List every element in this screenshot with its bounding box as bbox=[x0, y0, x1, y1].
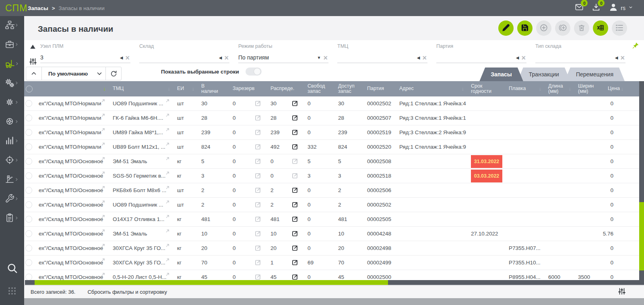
open-link-icon[interactable] bbox=[255, 202, 261, 208]
drilldown-arrow-icon[interactable] bbox=[101, 242, 105, 248]
open-link-icon[interactable] bbox=[292, 187, 298, 193]
drilldown-arrow-icon[interactable] bbox=[101, 98, 105, 104]
drilldown-arrow-icon[interactable] bbox=[166, 127, 169, 133]
sort-icon[interactable]: ↓ bbox=[462, 86, 464, 92]
open-link-icon[interactable] bbox=[292, 100, 298, 106]
table-row[interactable]: ех"/Склад МТО/ОсновноеЭМ-51 Эмалькг50055… bbox=[24, 154, 639, 169]
drilldown-arrow-icon[interactable] bbox=[166, 170, 169, 176]
open-link-icon[interactable] bbox=[255, 100, 261, 106]
drilldown-arrow-icon[interactable] bbox=[166, 271, 169, 277]
open-link-icon[interactable] bbox=[292, 115, 298, 121]
open-link-icon[interactable] bbox=[292, 144, 298, 150]
table-settings-sliders-icon[interactable] bbox=[617, 287, 626, 297]
delete-button[interactable] bbox=[574, 20, 589, 36]
list-view-button[interactable] bbox=[612, 20, 627, 36]
table-row[interactable]: ех"/Склад МТО/НормалиUB89 Болт М12х1, ..… bbox=[24, 140, 639, 154]
downloads-button[interactable]: 0 bbox=[592, 3, 601, 13]
open-link-icon[interactable] bbox=[292, 216, 298, 222]
row-select-circle[interactable] bbox=[25, 187, 32, 194]
clear-icon[interactable]: × bbox=[124, 55, 130, 63]
row-select-circle[interactable] bbox=[25, 100, 32, 107]
drilldown-arrow-icon[interactable] bbox=[101, 184, 105, 190]
collapse-filters-icon[interactable] bbox=[29, 43, 37, 52]
sidebar-apps-button[interactable] bbox=[0, 286, 24, 298]
sidebar-item-helm[interactable] bbox=[0, 113, 24, 132]
drilldown-arrow-icon[interactable] bbox=[166, 184, 169, 190]
column-header-party[interactable]: Партия bbox=[362, 81, 394, 96]
breadcrumb-parent[interactable]: Запасы bbox=[28, 5, 48, 11]
sidebar-item-sitemap[interactable] bbox=[0, 16, 24, 35]
open-link-icon[interactable] bbox=[255, 173, 261, 179]
messages-button[interactable]: 0 bbox=[575, 3, 584, 13]
open-link-icon[interactable] bbox=[292, 173, 298, 179]
column-header-svob[interactable]: Свободзапас bbox=[303, 81, 333, 96]
column-header-sklad[interactable]: ↓ bbox=[34, 81, 108, 96]
filter-input[interactable]: ◀ × bbox=[337, 51, 427, 63]
refresh-icon[interactable] bbox=[106, 67, 121, 80]
lookup-arrow-icon[interactable]: ◀ bbox=[417, 55, 421, 63]
drilldown-arrow-icon[interactable] bbox=[166, 112, 169, 118]
row-select-circle[interactable] bbox=[25, 245, 32, 252]
vertical-scroll-thumb[interactable] bbox=[639, 202, 644, 270]
row-select-circle[interactable] bbox=[25, 143, 32, 150]
column-header-rez[interactable]: Зарезерв bbox=[228, 81, 266, 96]
drilldown-arrow-icon[interactable] bbox=[166, 141, 169, 147]
drilldown-arrow-icon[interactable] bbox=[101, 257, 105, 263]
lookup-arrow-icon[interactable]: ◀ bbox=[615, 55, 619, 63]
open-link-icon[interactable] bbox=[292, 274, 298, 280]
column-header-sel[interactable] bbox=[24, 81, 34, 96]
table-row[interactable]: ех"/Склад МТО/ОсновноеО14Х17 Отливка 1..… bbox=[24, 212, 639, 227]
drilldown-arrow-icon[interactable] bbox=[101, 213, 105, 219]
column-header-ei[interactable]: ЕИ↓ bbox=[172, 81, 196, 96]
sort-icon[interactable]: ↓ bbox=[192, 86, 195, 92]
table-row[interactable]: ех"/Склад МТО/Основное30ХГСА Круг 35 ГО.… bbox=[24, 241, 639, 256]
column-header-srok[interactable]: Срокгодности bbox=[466, 81, 504, 96]
sort-icon[interactable]: ↓ bbox=[569, 86, 572, 92]
vertical-scrollbar[interactable] bbox=[639, 81, 644, 285]
row-select-circle[interactable] bbox=[25, 158, 32, 165]
lookup-arrow-icon[interactable]: ◀ bbox=[516, 55, 520, 63]
row-select-circle[interactable] bbox=[25, 274, 32, 280]
row-select-circle[interactable] bbox=[25, 216, 32, 223]
reset-filters-link[interactable]: Сбросить фильтры и сортировку bbox=[87, 289, 167, 295]
column-header-dlina[interactable]: Длина(мм)↓ bbox=[543, 81, 573, 96]
sidebar-item-chart-flag[interactable] bbox=[0, 170, 24, 190]
sidebar-item-settings-gear[interactable] bbox=[0, 93, 24, 113]
drilldown-arrow-icon[interactable] bbox=[166, 257, 169, 263]
clear-icon[interactable]: × bbox=[223, 55, 229, 63]
column-header-dost[interactable]: Доступзапас bbox=[333, 81, 362, 96]
drilldown-arrow-icon[interactable] bbox=[101, 156, 105, 162]
drilldown-arrow-icon[interactable] bbox=[101, 170, 105, 176]
lookup-arrow-icon[interactable]: ◀ bbox=[219, 55, 223, 63]
drilldown-arrow-icon[interactable] bbox=[166, 98, 169, 104]
open-link-icon[interactable] bbox=[292, 158, 298, 164]
filter-input[interactable]: По партиям ▼ × bbox=[238, 51, 328, 63]
filter-input[interactable]: ◀ × bbox=[436, 51, 526, 63]
lookup-arrow-icon[interactable]: ◀ bbox=[120, 55, 124, 63]
open-link-icon[interactable] bbox=[255, 260, 261, 266]
open-link-icon[interactable] bbox=[292, 231, 298, 237]
export-excel-button[interactable] bbox=[593, 20, 608, 36]
table-row[interactable]: ех"/Склад МТО/ОсновноеSGS-50 Герметик в.… bbox=[24, 169, 639, 183]
horizontal-scroll-thumb[interactable] bbox=[35, 280, 388, 285]
column-header-tmc[interactable]: ТМЦ↓ bbox=[108, 81, 172, 96]
open-link-icon[interactable] bbox=[292, 260, 298, 266]
save-button[interactable] bbox=[517, 20, 533, 36]
drilldown-arrow-icon[interactable] bbox=[101, 199, 105, 205]
tab-tranzakcii[interactable]: Транзакции bbox=[518, 68, 570, 81]
sidebar-item-clipboard[interactable] bbox=[0, 209, 24, 228]
tab-zapasy[interactable]: Запасы bbox=[479, 68, 523, 81]
preset-label[interactable]: По умолчанию bbox=[42, 71, 93, 77]
table-row[interactable]: ех"/Склад МТО/ОсновноеUO89 Подшипник ...… bbox=[24, 198, 639, 212]
filter-input[interactable]: 3 ◀ × bbox=[40, 51, 130, 63]
sidebar-item-bar-chart[interactable] bbox=[0, 132, 24, 151]
sidebar-item-wrench[interactable] bbox=[0, 190, 24, 209]
column-header-plavka[interactable]: Плавка↓ bbox=[504, 81, 543, 96]
sidebar-item-target[interactable] bbox=[0, 151, 24, 170]
sort-icon[interactable]: ↓ bbox=[539, 86, 542, 92]
chevron-down-icon[interactable] bbox=[93, 67, 105, 80]
column-header-cena[interactable]: Цена↓ bbox=[603, 81, 625, 96]
column-header-adres[interactable]: Адрес↓ bbox=[394, 81, 466, 96]
sidebar-item-forklift[interactable] bbox=[0, 55, 24, 74]
table-row[interactable]: ех"/Склад МТО/Основное0,5-Н-20 Лист 0,5-… bbox=[24, 270, 639, 280]
